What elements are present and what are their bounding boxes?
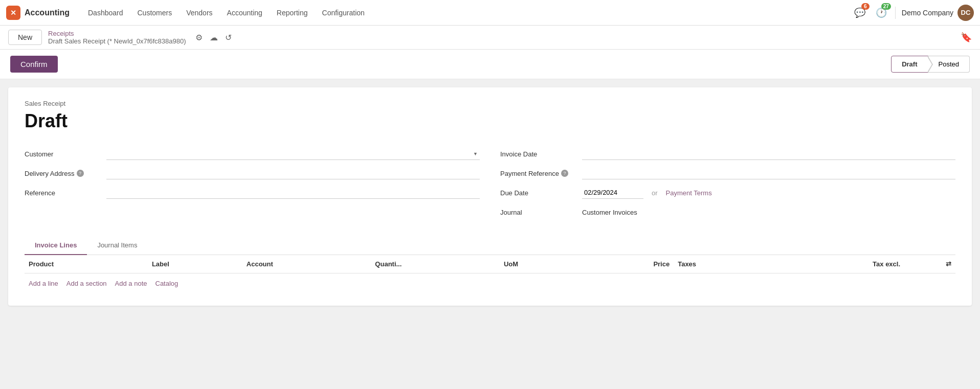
toolbar: New Receipts Draft Sales Receipt (* NewI…	[0, 26, 980, 50]
delivery-address-input[interactable]	[106, 167, 480, 179]
reference-input[interactable]	[106, 187, 480, 199]
refresh-icon[interactable]: ↺	[224, 32, 233, 43]
topnav-right: 💬 6 🕐 27 Demo Company DC	[852, 5, 974, 21]
invoice-date-label: Invoice Date	[500, 150, 582, 158]
invoice-date-value	[582, 148, 955, 160]
status-draft-button[interactable]: Draft	[891, 56, 928, 73]
status-arrow-inner	[927, 57, 932, 72]
bookmark-icon[interactable]: 🔖	[961, 32, 972, 42]
status-bar: Draft Posted	[891, 56, 970, 73]
toolbar-right: 🔖	[961, 32, 972, 43]
form-subtitle: Sales Receipt	[25, 100, 955, 107]
confirm-button[interactable]: Confirm	[10, 56, 58, 73]
brand-logo[interactable]: ✕ Accounting	[6, 6, 70, 20]
journal-display-value[interactable]: Customer Invoices	[582, 209, 637, 216]
due-date-row: Due Date or Payment Terms	[500, 183, 955, 202]
top-navigation: ✕ Accounting Dashboard Customers Vendors…	[0, 0, 980, 26]
tabs-nav: Invoice Lines Journal Items	[25, 236, 955, 255]
col-taxes: Taxes	[674, 255, 772, 273]
user-avatar: DC	[957, 5, 974, 21]
col-arrows: ⇄	[904, 255, 955, 273]
chat-notification[interactable]: 💬 6	[852, 5, 867, 20]
nav-vendors[interactable]: Vendors	[180, 6, 218, 20]
due-date-value: or Payment Terms	[582, 187, 955, 199]
payment-reference-label: Payment Reference ?	[500, 170, 582, 177]
tab-invoice-lines[interactable]: Invoice Lines	[25, 236, 87, 255]
customer-select-wrapper	[106, 148, 480, 160]
col-price: Price	[583, 255, 674, 273]
col-account: Account	[242, 255, 371, 273]
brand-name: Accounting	[25, 8, 70, 17]
payment-terms-link[interactable]: Payment Terms	[666, 189, 712, 197]
form-left: Customer Delivery Address ?	[25, 144, 480, 222]
main-scroll-area: Sales Receipt Draft Customer Delivery Ad…	[0, 79, 980, 314]
delivery-address-label: Delivery Address ?	[25, 170, 106, 177]
upload-icon[interactable]: ☁	[209, 32, 219, 43]
reference-value	[106, 187, 480, 199]
form-right: Invoice Date Payment Reference ? Due D	[500, 144, 955, 222]
delivery-address-value	[106, 167, 480, 179]
customer-label: Customer	[25, 150, 106, 158]
col-quantity: Quanti...	[371, 255, 500, 273]
invoice-date-input[interactable]	[582, 148, 955, 160]
journal-label: Journal	[500, 209, 582, 216]
journal-row: Journal Customer Invoices	[500, 202, 955, 222]
table-header-row: Product Label Account Quanti... UoM Pric…	[25, 255, 955, 273]
journal-value: Customer Invoices	[582, 209, 955, 216]
col-uom: UoM	[500, 255, 583, 273]
toolbar-icons: ⚙ ☁ ↺	[194, 32, 233, 43]
user-menu[interactable]: Demo Company DC	[902, 5, 974, 21]
customer-row: Customer	[25, 144, 480, 164]
add-line-section: Add a line Add a section Add a note Cata…	[25, 273, 955, 293]
col-product: Product	[25, 255, 148, 273]
delivery-address-row: Delivery Address ?	[25, 164, 480, 183]
nav-customers[interactable]: Customers	[131, 6, 179, 20]
delivery-address-help-icon: ?	[77, 170, 84, 177]
add-note-button[interactable]: Add a note	[115, 280, 147, 287]
form-title-section: Sales Receipt Draft	[25, 100, 955, 132]
tabs-section: Invoice Lines Journal Items Product Labe…	[25, 236, 955, 293]
breadcrumb-current: Draft Sales Receipt (* NewId_0x7f6fc838a…	[48, 37, 186, 45]
nav-dashboard[interactable]: Dashboard	[82, 6, 129, 20]
main-content: Sales Receipt Draft Customer Delivery Ad…	[8, 87, 972, 306]
col-label: Label	[148, 255, 242, 273]
reference-label: Reference	[25, 189, 106, 197]
payment-reference-help-icon: ?	[561, 170, 568, 177]
or-text: or	[652, 189, 658, 197]
form-title: Draft	[25, 110, 955, 132]
due-date-label: Due Date	[500, 189, 582, 197]
new-button[interactable]: New	[8, 30, 42, 45]
due-date-input[interactable]	[582, 187, 643, 199]
breadcrumb: Receipts Draft Sales Receipt (* NewId_0x…	[48, 30, 186, 45]
settings-icon[interactable]: ⚙	[194, 32, 204, 43]
nav-accounting[interactable]: Accounting	[221, 6, 269, 20]
form-grid: Customer Delivery Address ?	[25, 144, 955, 222]
action-bar: Confirm Draft Posted	[0, 50, 980, 79]
nav-divider	[895, 7, 896, 19]
payment-reference-input[interactable]	[582, 167, 955, 179]
payment-reference-row: Payment Reference ?	[500, 164, 955, 183]
catalog-button[interactable]: Catalog	[155, 280, 179, 287]
brand-icon: ✕	[6, 6, 20, 20]
breadcrumb-parent[interactable]: Receipts	[48, 30, 186, 37]
payment-reference-value	[582, 167, 955, 179]
invoice-table: Product Label Account Quanti... UoM Pric…	[25, 255, 955, 273]
activity-notification[interactable]: 🕐 27	[874, 5, 889, 20]
user-company-name: Demo Company	[902, 9, 953, 17]
tab-journal-items[interactable]: Journal Items	[87, 236, 147, 255]
chat-badge-count: 6	[861, 3, 870, 10]
reference-row: Reference	[25, 183, 480, 202]
main-menu: Dashboard Customers Vendors Accounting R…	[82, 6, 852, 20]
nav-reporting[interactable]: Reporting	[271, 6, 314, 20]
col-tax-excl: Tax excl.	[772, 255, 904, 273]
nav-configuration[interactable]: Configuration	[316, 6, 371, 20]
add-line-button[interactable]: Add a line	[29, 280, 58, 287]
customer-select[interactable]	[106, 148, 480, 160]
activity-badge-count: 27	[881, 3, 891, 10]
add-section-button[interactable]: Add a section	[66, 280, 107, 287]
invoice-date-row: Invoice Date	[500, 144, 955, 164]
status-posted-button[interactable]: Posted	[928, 56, 970, 73]
